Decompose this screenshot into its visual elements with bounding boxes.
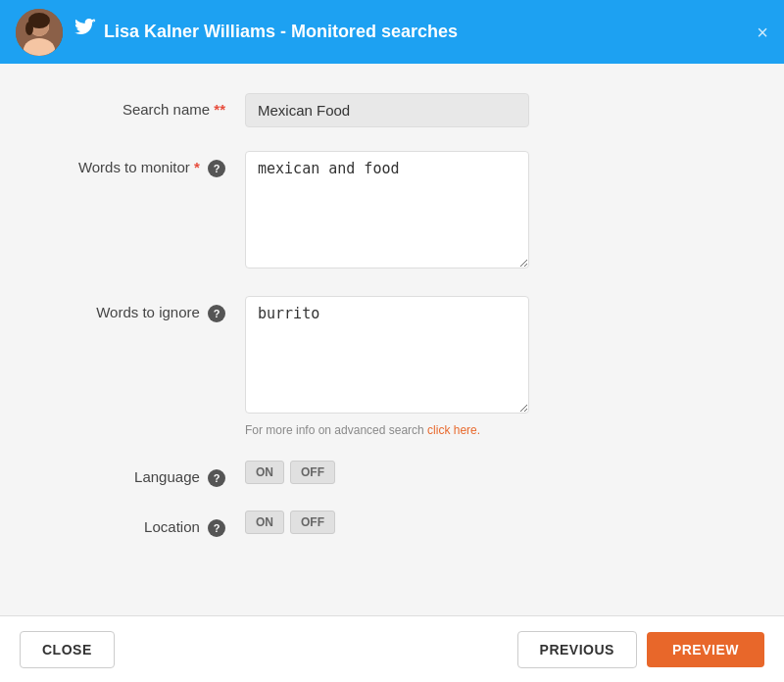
header-title: Lisa Kalner Williams - Monitored searche… [104,22,458,42]
twitter-icon [74,19,96,45]
language-row: Language ? ON OFF [59,461,725,487]
language-label: Language ? [59,461,245,487]
words-to-monitor-wrap: mexican and food [245,151,725,272]
words-to-ignore-row: Words to ignore ? burrito For more info … [59,296,725,437]
previous-button[interactable]: PREVIOUS [517,631,637,668]
header-close-button[interactable]: × [757,23,768,42]
form-content: Search name ** Words to monitor * ? mexi… [0,64,784,615]
search-name-wrap [245,93,725,127]
words-to-monitor-label: Words to monitor * ? [59,151,245,177]
location-row: Location ? ON OFF [59,511,725,537]
words-to-ignore-help-icon[interactable]: ? [208,305,225,322]
language-on-button[interactable]: ON [245,461,284,484]
avatar [16,9,63,56]
location-label: Location ? [59,511,245,537]
location-toggle-group: ON OFF [245,511,725,534]
close-button[interactable]: CLOSE [20,631,115,668]
search-name-required: ** [214,101,225,118]
advanced-search-note: For more info on advanced search click h… [245,423,529,437]
language-off-button[interactable]: OFF [290,461,335,484]
location-toggle-wrap: ON OFF [245,511,725,534]
preview-button[interactable]: PREVIEW [647,632,764,667]
avatar-image [16,9,63,56]
language-toggle-wrap: ON OFF [245,461,725,484]
svg-point-5 [25,22,33,35]
language-toggle-group: ON OFF [245,461,725,484]
location-off-button[interactable]: OFF [290,511,335,534]
search-name-input[interactable] [245,93,529,127]
words-to-monitor-textarea[interactable]: mexican and food [245,151,529,268]
footer-right: PREVIOUS PREVIEW [517,631,764,668]
advanced-search-link[interactable]: click here. [427,423,480,437]
search-name-row: Search name ** [59,93,725,127]
words-to-ignore-wrap: burrito For more info on advanced search… [245,296,725,437]
footer: CLOSE PREVIOUS PREVIEW [0,615,784,682]
words-to-ignore-textarea[interactable]: burrito [245,296,529,414]
modal: Lisa Kalner Williams - Monitored searche… [0,0,784,682]
language-help-icon[interactable]: ? [208,469,225,487]
header: Lisa Kalner Williams - Monitored searche… [0,0,784,64]
location-on-button[interactable]: ON [245,511,284,534]
words-to-ignore-label: Words to ignore ? [59,296,245,322]
search-name-label: Search name ** [59,93,245,118]
words-to-monitor-help-icon[interactable]: ? [208,160,225,177]
location-help-icon[interactable]: ? [208,519,225,537]
words-to-monitor-required: * [194,159,200,175]
words-to-monitor-row: Words to monitor * ? mexican and food [59,151,725,272]
